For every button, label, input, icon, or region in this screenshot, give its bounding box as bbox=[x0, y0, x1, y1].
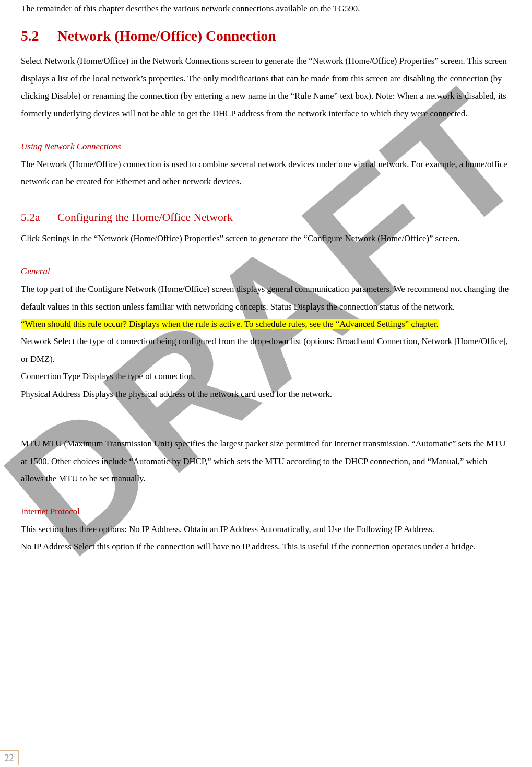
paragraph-general-block: The top part of the Configure Network (H… bbox=[21, 280, 511, 403]
paragraph-using-network: The Network (Home/Office) connection is … bbox=[21, 156, 511, 191]
ip-line-2: No IP Address Select this option if the … bbox=[21, 541, 476, 551]
page-content: The remainder of this chapter describes … bbox=[21, 0, 511, 556]
general-connection-type-line: Connection Type Displays the type of con… bbox=[21, 371, 195, 381]
heading-5-2a: 5.2aConfiguring the Home/Office Network bbox=[21, 206, 511, 229]
general-network-line: Network Select the type of connection be… bbox=[21, 336, 508, 363]
ip-line-1: This section has three options: No IP Ad… bbox=[21, 524, 434, 534]
heading-title: Configuring the Home/Office Network bbox=[57, 211, 233, 223]
heading-5-2: 5.2Network (Home/Office) Connection bbox=[21, 21, 511, 50]
paragraph-ip-block: This section has three options: No IP Ad… bbox=[21, 521, 511, 556]
paragraph-mtu: MTU MTU (Maximum Transmission Unit) spec… bbox=[21, 435, 511, 487]
paragraph-5-2: Select Network (Home/Office) in the Netw… bbox=[21, 52, 511, 122]
heading-title: Network (Home/Office) Connection bbox=[57, 28, 276, 44]
heading-number: 5.2a bbox=[21, 206, 57, 229]
subheading-general: General bbox=[21, 263, 511, 280]
highlighted-text: “When should this rule occur? Displays w… bbox=[21, 319, 439, 329]
subheading-using-network-connections: Using Network Connections bbox=[21, 138, 511, 156]
general-line-1: The top part of the Configure Network (H… bbox=[21, 284, 509, 311]
intro-paragraph: The remainder of this chapter describes … bbox=[21, 0, 511, 17]
general-physical-address-line: Physical Address Displays the physical a… bbox=[21, 389, 332, 399]
heading-number: 5.2 bbox=[21, 21, 57, 50]
page-number: 22 bbox=[0, 750, 19, 765]
subheading-internet-protocol: Internet Protocol bbox=[21, 503, 511, 520]
paragraph-5-2a: Click Settings in the “Network (Home/Off… bbox=[21, 230, 511, 247]
